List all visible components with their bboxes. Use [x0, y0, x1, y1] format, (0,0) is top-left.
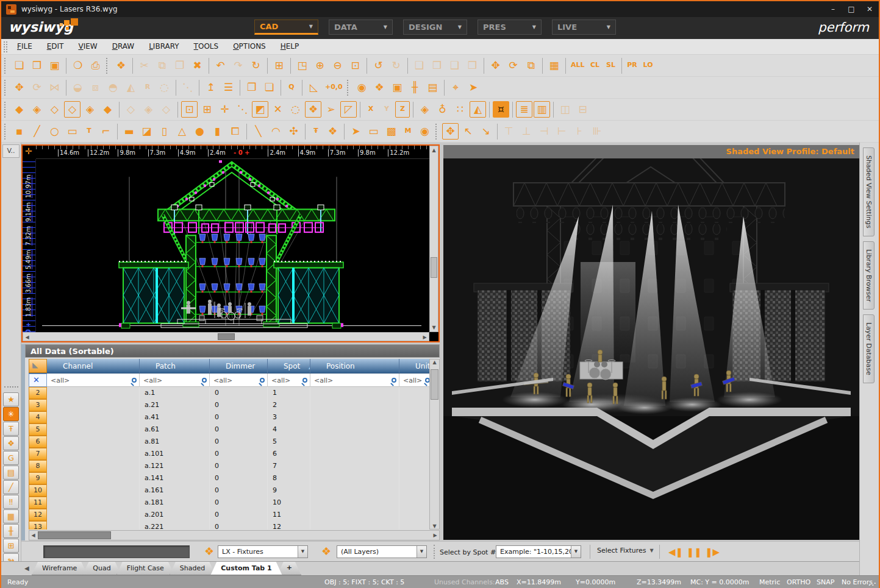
marquee-circle-icon[interactable]: ◌ [287, 101, 304, 118]
stick-tool-icon[interactable]: ╱ [3, 480, 19, 494]
intersect-snap-icon[interactable]: ✕ [270, 101, 286, 118]
menu-view[interactable]: VIEW [71, 39, 104, 51]
toolbar-drag-handle[interactable] [4, 124, 7, 140]
rectangle-tool-icon[interactable]: ▭ [64, 123, 80, 140]
table-row[interactable]: 12a.201011 [29, 509, 429, 521]
table-row[interactable]: 13a.221012 [29, 521, 429, 530]
fixture-pointer-icon[interactable]: ◭ [470, 101, 486, 118]
wedge-tool-icon[interactable]: ◪ [138, 123, 155, 140]
cell-dimmer[interactable]: 0 [210, 423, 268, 436]
clear-channels-icon[interactable]: CL [588, 57, 603, 74]
orbit-icon[interactable]: ⟳ [505, 57, 521, 74]
zoom-extents-icon[interactable]: ◳ [294, 57, 310, 74]
point-tool-icon[interactable]: ▪ [11, 123, 27, 140]
row-number[interactable]: 4 [29, 411, 47, 423]
cell-unit[interactable] [399, 423, 429, 436]
zoom-window-icon[interactable]: ⊡ [347, 57, 363, 74]
table-row[interactable]: 11a.181010 [29, 497, 429, 509]
path-array-icon[interactable]: ◌ [156, 79, 173, 96]
gobo-library-icon[interactable]: G [3, 451, 19, 465]
mode-tab-live[interactable]: LIVE▼ [552, 19, 616, 35]
close-button[interactable]: ✕ [860, 2, 879, 16]
cell-channel[interactable] [47, 460, 140, 472]
work-plane-icon[interactable]: ◈ [417, 101, 433, 118]
cell-dimmer[interactable]: 0 [210, 472, 268, 484]
zoom-next-icon[interactable]: ↻ [388, 57, 404, 74]
data-table[interactable]: ChannelPatchDimmerSpot▲PositionUnit ✕<al… [29, 359, 429, 530]
new-document-icon[interactable]: ❏ [11, 57, 27, 74]
cell-unit[interactable] [399, 509, 429, 521]
column-header-spot[interactable]: Spot▲ [268, 359, 310, 373]
group-objects-icon[interactable]: ❐ [243, 79, 260, 96]
cell-position[interactable] [310, 448, 399, 460]
mesh-tool-icon[interactable]: ▩ [383, 123, 399, 140]
text-tool-icon[interactable]: T [82, 123, 96, 140]
object-browser-icon[interactable]: ☰ [220, 79, 237, 96]
scroll-thumb[interactable] [431, 369, 438, 400]
row-number[interactable]: 10 [29, 484, 47, 497]
menu-edit[interactable]: EDIT [40, 39, 71, 51]
filter-cell-unit[interactable]: <all> [399, 374, 429, 387]
view-tab-quad[interactable]: Quad [82, 562, 121, 575]
cell-patch[interactable]: a.21 [140, 399, 210, 411]
cell-channel[interactable] [47, 472, 140, 484]
align-center-icon[interactable]: ⊦ [571, 123, 588, 140]
image-library-icon[interactable]: ▦ [3, 509, 19, 523]
move-xyz-icon[interactable]: ✥ [442, 123, 459, 140]
menu-options[interactable]: OPTIONS [226, 39, 273, 51]
collapsed-view-panel[interactable]: V.. [2, 144, 20, 158]
table-row[interactable]: 6a.8105 [29, 436, 429, 448]
delete-icon[interactable]: ✖ [189, 57, 206, 74]
box-edit-icon[interactable]: ⧈ [87, 79, 104, 96]
cell-spot[interactable]: 4 [268, 423, 310, 436]
filter-select-icon[interactable]: ❖ [305, 101, 321, 118]
saved-view-3-icon[interactable]: ❑ [446, 57, 463, 74]
cell-channel[interactable] [47, 423, 140, 436]
open-document-icon[interactable]: ❒ [29, 57, 45, 74]
cell-patch[interactable]: a.101 [140, 448, 210, 460]
cell-patch[interactable]: a.61 [140, 423, 210, 436]
redo-icon[interactable]: ↷ [230, 57, 246, 74]
cell-spot[interactable]: 6 [268, 448, 310, 460]
cell-channel[interactable] [47, 497, 140, 509]
select-all-channels-icon[interactable]: ALL [569, 57, 587, 74]
column-header-position[interactable]: Position [310, 359, 399, 373]
hoist-tool-icon[interactable]: Ŧ [309, 123, 323, 140]
scroll-left-arrow[interactable]: ◀ [29, 531, 37, 540]
rotate-object-icon[interactable]: ⟳ [29, 79, 45, 96]
row-number[interactable]: 6 [29, 436, 47, 448]
pointer-fill-icon[interactable]: ➤ [348, 123, 364, 140]
drag-points-icon[interactable]: ⋱ [234, 101, 251, 118]
toolbar-drag-handle[interactable] [347, 80, 350, 96]
arc-tool-icon[interactable]: ◠ [268, 123, 284, 140]
mode-tab-cad[interactable]: CAD▼ [254, 19, 318, 35]
iso-view-se-icon[interactable]: ◈ [29, 101, 45, 118]
cell-position[interactable] [310, 436, 399, 448]
cell-spot[interactable]: 1 [268, 387, 310, 399]
search-icon[interactable] [132, 378, 137, 383]
status-abs[interactable]: ABS [495, 578, 509, 586]
cell-position[interactable] [310, 484, 399, 497]
polyline-tool-icon[interactable]: ⌐ [98, 123, 114, 140]
table-row[interactable]: 9a.14108 [29, 472, 429, 484]
zoom-previous-icon[interactable]: ↺ [370, 57, 387, 74]
selection-tool-icon[interactable]: ➤ [465, 79, 482, 96]
filter-cell-patch[interactable]: <all> [140, 374, 210, 387]
table-hscrollbar[interactable]: ◀ ▶ [29, 530, 440, 540]
cad-vscrollbar[interactable]: ▲ ▼ [429, 146, 438, 332]
cell-dimmer[interactable]: 0 [210, 484, 268, 497]
save-document-icon[interactable]: ▣ [46, 57, 63, 74]
cad-wireframe-viewport[interactable]: 14.6m12.2m9.8m7.3m4.9m2.4m2.4m4.9m7.3m9.… [21, 144, 440, 342]
refresh-icon[interactable]: ↻ [248, 57, 264, 74]
cad-canvas[interactable] [36, 159, 429, 332]
cell-channel[interactable] [47, 509, 140, 521]
table-row[interactable]: 8a.12107 [29, 460, 429, 472]
cell-unit[interactable] [399, 460, 429, 472]
cell-position[interactable] [310, 411, 399, 423]
minimize-button[interactable]: – [824, 2, 842, 16]
pick-handle-icon[interactable]: ➢ [323, 101, 339, 118]
spline-tool-icon[interactable]: ✳ [3, 407, 19, 421]
back-view-icon[interactable]: ◈ [82, 101, 98, 118]
tab-scroll-left-arrow[interactable]: ◀ [24, 565, 29, 572]
shaded-viewport[interactable]: Shaded View Profile: Default [443, 145, 859, 559]
